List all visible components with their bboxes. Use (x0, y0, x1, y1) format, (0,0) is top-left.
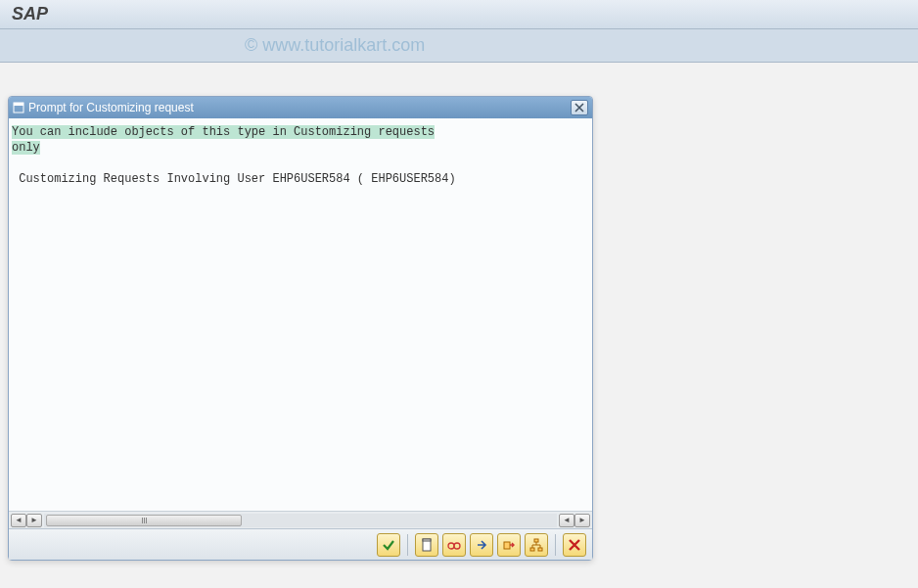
svg-rect-7 (534, 539, 538, 542)
cancel-button[interactable] (563, 533, 586, 557)
svg-rect-1 (14, 103, 23, 106)
customizing-request-dialog: Prompt for Customizing request You can i… (8, 96, 593, 561)
separator (555, 534, 556, 556)
svg-rect-8 (530, 548, 534, 551)
subheader: © www.tutorialkart.com (0, 29, 918, 63)
hierarchy-icon (529, 538, 543, 552)
info-message-line1: You can include objects of this type in … (12, 125, 435, 139)
blank-line (12, 156, 589, 171)
document-icon (420, 538, 434, 552)
watermark-text: © www.tutorialkart.com (245, 35, 425, 56)
window-icon (13, 102, 24, 113)
scroll-left-button[interactable]: ◄ (11, 514, 26, 527)
scroll-right-end-button[interactable]: ► (574, 514, 590, 527)
scroll-left-end-button[interactable]: ◄ (559, 514, 574, 527)
svg-rect-6 (504, 542, 510, 549)
separator (407, 534, 408, 556)
box-arrow-icon (502, 538, 516, 552)
last-button[interactable] (497, 533, 521, 557)
dialog-toolbar (9, 528, 592, 560)
accept-button[interactable] (377, 533, 400, 557)
glasses-icon (447, 538, 461, 552)
next-button[interactable] (470, 533, 493, 557)
scroll-thumb[interactable] (46, 515, 242, 526)
dialog-title: Prompt for Customizing request (28, 101, 571, 114)
scroll-right-button[interactable]: ► (26, 514, 42, 527)
arrow-right-icon (475, 538, 488, 552)
requests-list-header: Customizing Requests Involving User EHP6… (12, 171, 589, 187)
tree-button[interactable] (525, 533, 548, 557)
svg-point-4 (448, 543, 454, 549)
svg-rect-9 (538, 548, 542, 551)
close-icon (574, 103, 584, 113)
create-request-button[interactable] (415, 533, 438, 557)
svg-rect-3 (423, 539, 431, 541)
check-icon (382, 538, 395, 552)
app-header: SAP (0, 0, 918, 29)
close-button[interactable] (571, 100, 588, 115)
scroll-track[interactable] (44, 514, 557, 527)
app-title: SAP (12, 4, 48, 24)
horizontal-scrollbar[interactable]: ◄ ► ◄ ► (9, 511, 592, 528)
svg-point-5 (454, 543, 460, 549)
dialog-titlebar[interactable]: Prompt for Customizing request (9, 97, 592, 118)
cancel-icon (568, 538, 581, 552)
info-message-line2: only (12, 141, 40, 155)
dialog-content: You can include objects of this type in … (9, 118, 592, 511)
own-requests-button[interactable] (442, 533, 466, 557)
